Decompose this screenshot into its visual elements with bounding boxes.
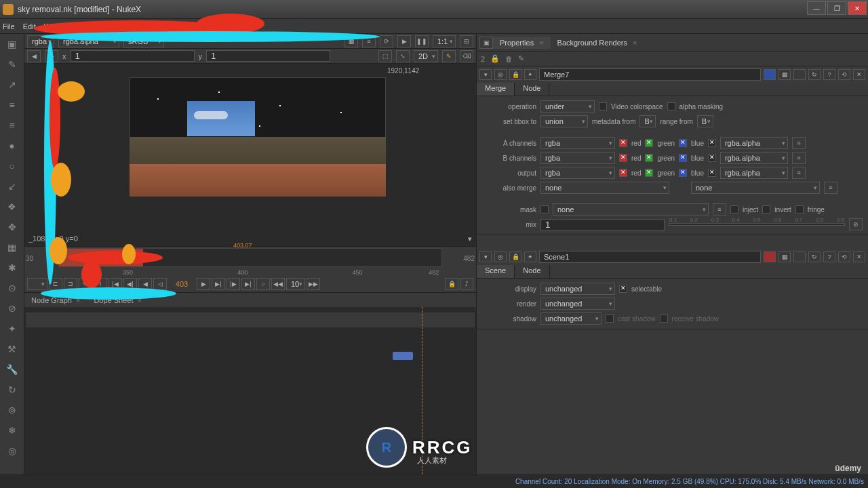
cb-invert[interactable] <box>762 205 770 214</box>
step-back-icon[interactable]: ◀ <box>138 278 152 290</box>
viewer-colorspace-dd[interactable]: sRGB <box>123 35 164 47</box>
viewer-rgba-dd[interactable]: rgba <box>27 35 54 47</box>
out-dd[interactable]: rgba <box>540 167 615 179</box>
bbox-dd[interactable]: union <box>540 115 588 127</box>
cb-cast[interactable] <box>606 314 614 323</box>
render-dd[interactable]: unchanged <box>540 298 615 310</box>
tool-18[interactable]: ↻ <box>5 382 20 397</box>
tool-11[interactable]: ▦ <box>5 240 20 255</box>
playmode-dd[interactable] <box>27 278 47 290</box>
cb-ach-g[interactable] <box>645 139 653 147</box>
tab-bgrenders[interactable]: Background Renders× <box>551 37 644 49</box>
step-back2-icon[interactable]: ◀| <box>123 278 137 290</box>
help-icon[interactable]: ? <box>823 69 835 80</box>
y-input[interactable] <box>206 50 330 62</box>
sq5-icon[interactable] <box>764 251 776 262</box>
viewer-channel-dd[interactable]: rgba.alpha <box>58 35 119 47</box>
timeline[interactable]: 30 482 403.07 330 350 400 450 482 <box>24 246 476 276</box>
current-frame[interactable]: 403 <box>168 280 195 288</box>
prev-frame-icon[interactable]: ◁ <box>153 278 167 290</box>
goto-last-icon[interactable]: ▶| <box>241 278 255 290</box>
cb-out-g[interactable] <box>645 169 653 177</box>
viewer-prev[interactable]: ◀ <box>27 50 41 62</box>
tool-15[interactable]: ✦ <box>5 321 20 336</box>
sq7-icon[interactable] <box>793 251 806 262</box>
help-icon2[interactable]: ? <box>823 251 835 262</box>
also2-dd[interactable]: none <box>691 182 820 194</box>
cb-mask[interactable] <box>540 205 549 214</box>
lock-icon4[interactable]: 🔒 <box>509 251 521 262</box>
tab-node-scene[interactable]: Node <box>515 265 549 278</box>
meta-dd[interactable]: B <box>639 115 656 127</box>
x-input[interactable] <box>71 50 195 62</box>
pencil-icon[interactable]: ✎ <box>442 50 456 62</box>
trash-icon[interactable]: 🗑 <box>505 55 513 63</box>
display-dd[interactable]: unchanged <box>540 283 615 295</box>
tool-06[interactable]: ● <box>5 138 20 153</box>
sq6-icon[interactable]: ▦ <box>778 251 791 262</box>
tool-04[interactable]: ≡ <box>5 98 20 113</box>
viewer-canvas[interactable]: 1920,1142 <box>24 64 476 231</box>
list-icon[interactable]: ≡ <box>362 35 376 47</box>
viewer-next[interactable]: ▶ <box>45 50 58 62</box>
menu-workspace[interactable]: Workspace <box>44 22 81 30</box>
tool-16[interactable]: ⚒ <box>5 342 20 357</box>
close-button[interactable]: ✕ <box>848 1 867 15</box>
also-dd[interactable]: none <box>540 182 669 194</box>
minimize-button[interactable]: — <box>807 1 826 15</box>
zoom-dd[interactable]: 1:1 <box>433 35 456 47</box>
cb-bch-b[interactable] <box>679 154 687 162</box>
mix-anim-icon[interactable]: ⊘ <box>849 218 863 230</box>
eraser-icon[interactable]: ⌫ <box>460 50 473 62</box>
i-icon[interactable]: I <box>94 278 107 290</box>
tab-properties[interactable]: Properties× <box>493 37 551 49</box>
out-extra-icon[interactable]: ≡ <box>792 167 806 179</box>
doc-icon[interactable]: ▣ <box>479 37 493 49</box>
cb-videocs[interactable] <box>599 102 607 110</box>
tool-12[interactable]: ✱ <box>5 260 20 275</box>
mix-slider[interactable]: 0.10.20.30.40.50.60.70.80.9 <box>669 223 845 226</box>
ach-dd[interactable]: rgba <box>540 137 615 149</box>
menu-render[interactable]: Render <box>120 22 144 30</box>
bch-dd[interactable]: rgba <box>540 152 615 164</box>
keyframe-handle[interactable] <box>393 352 413 360</box>
loop-icon[interactable]: ○ <box>256 278 270 290</box>
mix-input[interactable] <box>540 219 665 230</box>
out-point-icon[interactable]: ⊐ <box>64 278 77 290</box>
menu-viewer[interactable]: Viewer <box>90 22 112 30</box>
node-name[interactable]: Merge7 <box>539 68 761 81</box>
tool-21[interactable]: ◎ <box>5 443 20 458</box>
menu-file[interactable]: File <box>3 22 15 30</box>
cb-inject[interactable] <box>730 205 738 214</box>
shadow-dd[interactable]: unchanged <box>540 312 601 325</box>
scene-name[interactable]: Scene1 <box>539 251 761 263</box>
lock-icon[interactable]: 🔒 <box>445 278 458 290</box>
upload-icon[interactable]: ⤴ <box>460 278 473 290</box>
cb-alphamask[interactable] <box>667 102 675 110</box>
cb-out-r[interactable] <box>619 169 627 177</box>
ach-alpha-dd[interactable]: rgba.alpha <box>720 137 788 149</box>
sq2-icon[interactable]: ▦ <box>778 69 791 80</box>
cb-selectable[interactable] <box>619 285 627 293</box>
lock-icon3[interactable]: 🔒 <box>509 69 521 80</box>
tab-merge[interactable]: Merge <box>477 83 515 96</box>
revert-icon2[interactable]: ⟲ <box>838 251 850 262</box>
cb-ach-b[interactable] <box>679 139 687 147</box>
goto-first-icon[interactable]: |◀ <box>108 278 122 290</box>
cb-out-a[interactable] <box>708 169 716 177</box>
wipe-icon[interactable]: ⤡ <box>396 50 410 62</box>
tool-17[interactable]: 🔧 <box>5 362 20 377</box>
mask-dd[interactable]: none <box>553 203 709 216</box>
wand-icon2[interactable]: ✦ <box>524 251 536 262</box>
cb-bch-g[interactable] <box>645 154 653 162</box>
cb-receive[interactable] <box>660 314 668 323</box>
step-fwd-icon[interactable]: |▶ <box>226 278 240 290</box>
also-extra-icon[interactable]: ≡ <box>824 182 837 194</box>
menu-edit[interactable]: Edit <box>23 22 36 30</box>
maximize-button[interactable]: ❐ <box>827 1 846 15</box>
fps-dd[interactable]: 10 <box>286 278 305 290</box>
collapse-icon2[interactable]: ▾ <box>479 251 492 262</box>
tab-dopesheet[interactable]: Dope Sheet× <box>87 295 149 306</box>
refresh-icon[interactable]: ⟲ <box>79 278 92 290</box>
operation-dd[interactable]: under <box>540 100 595 113</box>
